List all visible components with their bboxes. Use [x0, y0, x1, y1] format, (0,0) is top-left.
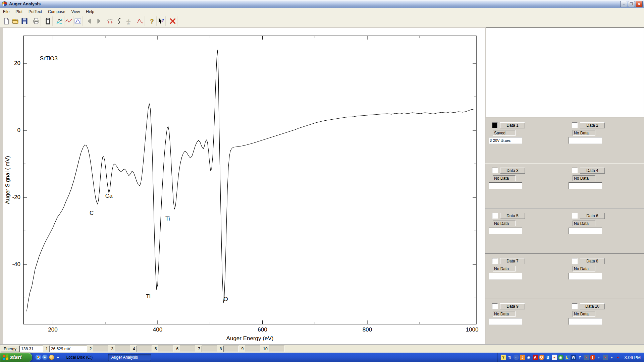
java-icon[interactable]: J — [520, 355, 525, 360]
plot-line-button[interactable] — [64, 16, 73, 26]
data-slot: Data 5 No Data — [485, 208, 565, 253]
swirl-blue-icon[interactable]: ◉ — [526, 355, 532, 360]
color-swatch[interactable] — [492, 258, 498, 264]
data-slot-filename-field[interactable] — [489, 137, 522, 144]
data-slot-filename-field[interactable] — [569, 273, 602, 280]
signal-wave-icon[interactable]: ~ — [552, 355, 557, 360]
data-slot-button[interactable]: Data 10 — [580, 303, 605, 309]
color-swatch[interactable] — [572, 303, 578, 309]
data-slot-button[interactable]: Data 4 — [580, 168, 605, 174]
volume-icon[interactable]: ◗ — [596, 355, 602, 360]
new-file-button[interactable] — [2, 16, 11, 26]
acrobat-icon[interactable]: A — [533, 355, 538, 360]
status-slot: 4 — [130, 346, 152, 352]
peak-fit-button[interactable] — [136, 16, 145, 26]
zoom-plot-button[interactable] — [73, 16, 83, 26]
update-ball-icon[interactable]: ● — [609, 355, 614, 360]
data-slot-filename-field[interactable] — [489, 273, 522, 280]
menu-item[interactable]: Compose — [45, 9, 68, 15]
menu-item[interactable]: Plot — [12, 9, 25, 15]
network2-error-icon[interactable]: × — [603, 355, 608, 360]
color-swatch[interactable] — [572, 258, 578, 264]
data-slot-filename-field[interactable] — [569, 182, 602, 189]
menu-item[interactable]: File — [0, 9, 12, 15]
data-slot-grid: Data 1 Saved Data 2 No Data Data 3 No Da… — [485, 118, 644, 344]
taskbar-clock: 3:06 PM — [625, 355, 641, 360]
start-label: start — [10, 354, 22, 360]
data-slot-filename-field[interactable] — [489, 182, 522, 189]
next-plot-button[interactable] — [94, 16, 103, 26]
data-slot-button[interactable]: Data 9 — [500, 303, 525, 309]
notes-icon[interactable]: ? — [501, 355, 506, 360]
y-tick-label: 0 — [17, 127, 20, 133]
green-swirl-icon[interactable]: ◉ — [558, 355, 564, 360]
find-peaks-button[interactable] — [106, 16, 115, 26]
status-slot: 8 — [217, 346, 239, 352]
data-slot-button[interactable]: Data 2 — [580, 122, 605, 128]
print-button[interactable] — [32, 16, 41, 26]
data-slot-button[interactable]: Data 5 — [500, 213, 525, 219]
download-manager-icon[interactable]: O — [539, 355, 544, 360]
color-swatch[interactable] — [492, 213, 498, 219]
task-button[interactable]: Local Disk (C:) — [63, 354, 107, 361]
data-slot-filename-field[interactable] — [569, 137, 602, 144]
browser-icon[interactable] — [36, 355, 41, 360]
wd-icon[interactable]: W — [571, 355, 576, 360]
lan-icon[interactable]: L — [565, 355, 570, 360]
security-shield-icon[interactable]: ● — [615, 355, 621, 360]
wifi-icon[interactable]: Y — [577, 355, 583, 360]
data-slot-button[interactable]: Data 8 — [580, 258, 605, 264]
smooth-data-button[interactable] — [115, 16, 124, 26]
status-slot: 3 — [108, 346, 130, 352]
previous-plot-button[interactable] — [85, 16, 94, 26]
help-button[interactable]: ? — [148, 16, 157, 26]
data-slot-button[interactable]: Data 7 — [500, 258, 525, 264]
data-slot-button[interactable]: Data 6 — [580, 213, 605, 219]
color-swatch[interactable] — [572, 168, 578, 173]
data-slot-filename-field[interactable] — [489, 228, 522, 234]
color-swatch[interactable] — [572, 213, 578, 219]
plot-spectrum-button[interactable] — [55, 16, 64, 26]
y-axis-label: Auger Signal ( mV) — [4, 156, 11, 204]
data-slot-button[interactable]: Data 1 — [500, 122, 525, 128]
task-button[interactable]: Auger Analysis — [108, 354, 151, 361]
bluetooth-icon[interactable]: B — [545, 355, 551, 360]
save-floppy-icon — [21, 17, 28, 25]
derivative-button[interactable]: ddt — [124, 16, 133, 26]
svg-text:d: d — [128, 18, 129, 21]
color-swatch[interactable] — [492, 168, 498, 173]
network-error-icon[interactable]: × — [584, 355, 589, 360]
collapse-chevron-icon[interactable]: ‹ — [514, 355, 519, 360]
legend-area — [486, 27, 644, 117]
color-swatch[interactable] — [572, 122, 578, 128]
data-slot-button[interactable]: Data 3 — [500, 168, 525, 174]
context-help-button[interactable]: ? — [157, 16, 166, 26]
minimize-button[interactable]: – — [620, 1, 627, 7]
shield-alert-icon[interactable]: ! — [590, 355, 595, 360]
data-slot-filename-field[interactable] — [569, 228, 602, 234]
quick-launch-overflow-chevron[interactable]: » — [56, 355, 60, 360]
close-button[interactable]: × — [636, 1, 643, 7]
status-slot-box — [223, 346, 239, 352]
updown-arrows-icon[interactable]: ⇅ — [507, 355, 513, 360]
color-swatch[interactable] — [492, 303, 498, 309]
status-slot-number: 9 — [241, 347, 244, 351]
start-button[interactable]: start — [0, 353, 32, 362]
data-slot: Data 9 No Data — [485, 299, 565, 344]
spectrum-plot[interactable]: 2004006008001000200-20-40Auger Energy (e… — [3, 28, 485, 345]
client-area: 2004006008001000200-20-40Auger Energy (e… — [0, 27, 644, 345]
copy-plot-button[interactable] — [44, 16, 53, 26]
clock-launcher-icon[interactable] — [49, 355, 54, 360]
menu-item[interactable]: Help — [83, 9, 97, 15]
save-file-button[interactable] — [20, 16, 29, 26]
color-swatch[interactable] — [492, 122, 498, 128]
data-slot-filename-field[interactable] — [569, 318, 602, 325]
open-file-button[interactable] — [11, 16, 20, 26]
data-slot-filename-field[interactable] — [489, 318, 522, 325]
media-player-icon[interactable]: ▸ — [42, 355, 48, 360]
menu-item[interactable]: PutText — [25, 9, 45, 15]
delete-plot-button[interactable] — [168, 16, 177, 26]
menu-item[interactable]: View — [68, 9, 83, 15]
data-slot: Data 6 No Data — [565, 208, 644, 253]
maximize-button[interactable]: ❐ — [628, 1, 635, 7]
